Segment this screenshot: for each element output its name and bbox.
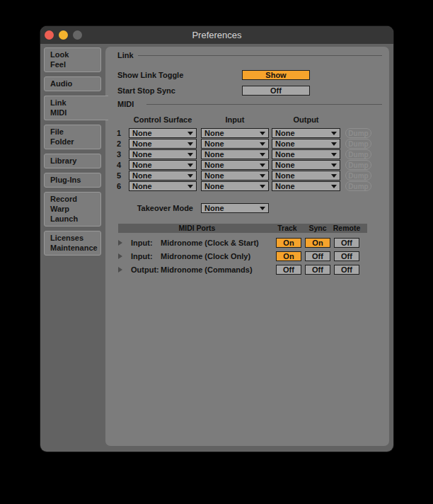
port-direction-label: Output: [131,265,159,274]
control-surface-value: None [132,171,152,180]
sidebar-tab-label: Link MIDI [50,98,67,117]
midi-port-row: Output: Midronome (Commands) Off Off Off [105,265,389,275]
dump-button[interactable]: Dump [345,149,371,159]
midi-mapping-row: 5 None None None Dump [105,171,389,181]
chevron-down-icon [260,153,265,156]
control-surface-dropdown[interactable]: None [129,181,197,191]
maximize-button[interactable] [73,30,82,40]
chevron-down-icon [260,164,265,167]
port-name-label: Midronome (Clock & Start) [161,239,259,247]
disclosure-triangle-icon[interactable] [118,240,122,246]
chevron-down-icon [260,142,265,146]
midi-port-row: Input: Midronome (Clock & Start) On On O… [105,238,389,248]
takeover-mode-value: None [204,204,224,212]
sidebar-tab[interactable]: Record Warp Launch [44,192,101,227]
output-dropdown[interactable]: None [272,160,340,170]
chevron-down-icon [187,185,193,188]
sync-toggle-button[interactable]: On [305,238,330,248]
disclosure-triangle-icon[interactable] [118,253,122,259]
window-title: Preferences [40,26,393,44]
control-surface-dropdown[interactable]: None [129,139,197,149]
output-value: None [275,171,295,180]
chevron-down-icon [331,164,337,167]
start-stop-sync-button[interactable]: Off [242,86,310,96]
chevron-down-icon [187,142,193,146]
sidebar-tab[interactable]: Audio [44,76,101,91]
dump-button[interactable]: Dump [345,181,371,191]
row-number: 5 [105,171,121,181]
sync-toggle-button[interactable]: Off [305,265,330,275]
chevron-down-icon [187,164,193,167]
preferences-window: Preferences Link Show Link Toggle Show S… [40,26,393,452]
track-toggle-button[interactable]: On [276,251,301,261]
takeover-mode-dropdown[interactable]: None [201,203,269,213]
chevron-down-icon [260,174,265,178]
midi-mapping-row: 3 None None None Dump [105,149,389,159]
input-dropdown[interactable]: None [201,160,269,170]
input-value: None [204,139,224,148]
input-dropdown[interactable]: None [201,139,269,149]
minimize-button[interactable] [59,30,68,40]
sidebar-tab[interactable]: Link MIDI [44,96,108,120]
sync-toggle-button[interactable]: Off [305,251,330,261]
output-dropdown[interactable]: None [272,181,340,191]
output-dropdown[interactable]: None [272,149,340,159]
remote-toggle-button[interactable]: Off [334,265,359,275]
midi-port-row: Input: Midronome (Clock Only) On Off Off [105,251,389,261]
input-dropdown[interactable]: None [201,171,269,181]
sidebar-tab[interactable]: Licenses Maintenance [44,231,101,256]
column-header-output: Output [272,115,340,125]
close-button[interactable] [45,30,54,40]
remote-toggle-button[interactable]: Off [334,238,359,248]
start-stop-sync-label: Start Stop Sync [117,86,175,96]
midi-mapping-row: 2 None None None Dump [105,139,389,149]
input-dropdown[interactable]: None [201,181,269,191]
control-surface-dropdown[interactable]: None [129,128,197,138]
control-surface-dropdown[interactable]: None [129,171,197,181]
sidebar-tab[interactable]: File Folder [44,125,101,149]
midi-section-divider [146,104,382,105]
output-value: None [275,139,295,148]
show-link-toggle-button[interactable]: Show [242,70,310,80]
input-dropdown[interactable]: None [201,149,269,159]
link-section-title: Link [117,51,134,60]
dump-button[interactable]: Dump [345,128,371,138]
row-number: 6 [105,182,121,191]
control-surface-value: None [132,182,152,190]
chevron-down-icon [331,132,337,135]
titlebar[interactable]: Preferences [40,26,393,44]
column-header-track: Track [275,224,300,233]
remote-toggle-button[interactable]: Off [334,251,359,261]
output-value: None [275,150,295,159]
input-value: None [204,171,224,180]
control-surface-value: None [132,129,152,137]
input-value: None [204,150,224,159]
sidebar-tab[interactable]: Look Feel [44,47,101,72]
disclosure-triangle-icon[interactable] [118,267,122,273]
output-dropdown[interactable]: None [272,128,340,138]
control-surface-dropdown[interactable]: None [129,149,197,159]
track-toggle-button[interactable]: Off [276,265,301,275]
output-dropdown[interactable]: None [272,139,340,149]
content-panel: Link Show Link Toggle Show Start Stop Sy… [105,47,389,446]
sidebar-tab[interactable]: Library [44,154,101,168]
input-dropdown[interactable]: None [201,128,269,138]
dump-button[interactable]: Dump [345,160,371,170]
port-direction-label: Input: [131,252,153,260]
dump-button[interactable]: Dump [345,139,371,149]
chevron-down-icon [187,132,193,135]
midi-ports-header: MIDI Ports Track Sync Remote [118,224,367,233]
chevron-down-icon [331,142,337,146]
dump-button[interactable]: Dump [345,171,371,181]
show-link-toggle-label: Show Link Toggle [117,71,183,80]
row-number: 3 [105,150,121,159]
input-value: None [204,161,224,169]
output-dropdown[interactable]: None [272,171,340,181]
control-surface-dropdown[interactable]: None [129,160,197,170]
track-toggle-button[interactable]: On [276,238,301,248]
link-section-divider [138,55,382,56]
sidebar-tab[interactable]: Plug-Ins [44,173,101,188]
chevron-down-icon [260,207,265,210]
chevron-down-icon [260,132,265,135]
row-number: 2 [105,139,121,149]
